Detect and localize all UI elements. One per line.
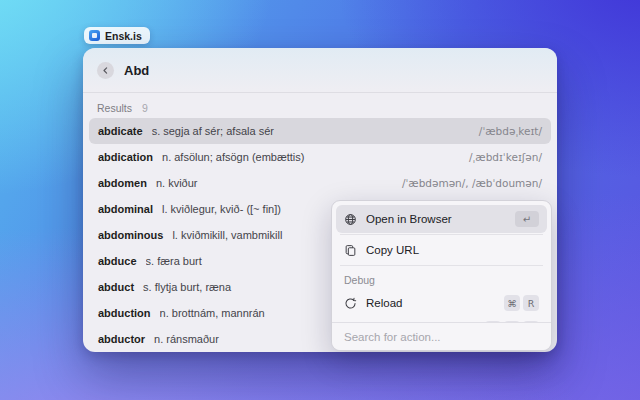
menu-item-reload[interactable]: Reload ⌘ R xyxy=(336,290,547,316)
ensk-app-icon xyxy=(89,30,100,41)
result-word: abduct xyxy=(98,281,134,293)
action-menu-items: Open in Browser ↵ Copy URL Debug Reload … xyxy=(332,201,551,324)
result-word: abductor xyxy=(98,333,145,345)
results-count: 9 xyxy=(142,102,148,114)
chevron-left-icon xyxy=(101,66,110,75)
result-row-abdomen[interactable]: abdomen n. kviður /ˈæbdəmən/, /æbˈdoumən… xyxy=(89,170,551,196)
return-key-badge: ↵ xyxy=(515,211,539,227)
result-word: abdication xyxy=(98,151,153,163)
result-word: abduce xyxy=(98,255,137,267)
copy-icon xyxy=(344,244,357,257)
result-word: abduction xyxy=(98,307,151,319)
result-phonetic: /ˌæbdɪˈkeɪʃən/ xyxy=(469,151,542,163)
search-query[interactable]: Abd xyxy=(124,63,149,78)
results-header: Results 9 xyxy=(83,93,557,118)
menu-item-open-in-browser[interactable]: Open in Browser ↵ xyxy=(336,205,547,233)
shortcut-keys: ⌘ R xyxy=(504,295,539,311)
reload-icon xyxy=(344,297,357,310)
result-phonetic: /ˈæbdəˌkeɪt/ xyxy=(479,125,542,137)
action-menu: Open in Browser ↵ Copy URL Debug Reload … xyxy=(331,200,552,351)
launcher-pill[interactable]: Ensk.is xyxy=(84,27,150,44)
debug-section-label: Debug xyxy=(336,267,547,290)
result-word: abdominal xyxy=(98,203,153,215)
result-phonetic: /ˈæbdəmən/, /æbˈdoumən/ xyxy=(402,177,542,189)
window-header: Abd xyxy=(83,48,557,93)
action-search-bar[interactable]: Search for action... xyxy=(332,322,551,350)
result-definition: n. kviður xyxy=(156,177,393,189)
menu-item-label: Copy URL xyxy=(366,244,539,256)
app-name: Ensk.is xyxy=(105,30,142,42)
result-row-abdicate[interactable]: abdicate s. segja af sér; afsala sér /ˈæ… xyxy=(89,118,551,144)
menu-item-label: Reload xyxy=(366,297,495,309)
back-button[interactable] xyxy=(97,62,114,79)
menu-separator xyxy=(340,234,543,235)
menu-item-copy-url[interactable]: Copy URL xyxy=(336,236,547,264)
result-definition: s. segja af sér; afsala sér xyxy=(152,125,470,137)
result-word: abdomen xyxy=(98,177,147,189)
result-word: abdominous xyxy=(98,229,163,241)
result-definition: n. afsölun; afsögn (embættis) xyxy=(162,151,460,163)
menu-separator xyxy=(340,265,543,266)
result-row-abdication[interactable]: abdication n. afsölun; afsögn (embættis)… xyxy=(89,144,551,170)
r-key: R xyxy=(523,295,539,311)
menu-item-label: Open in Browser xyxy=(366,213,506,225)
results-section-label: Results xyxy=(97,102,132,114)
action-search-placeholder: Search for action... xyxy=(344,331,441,343)
globe-icon xyxy=(344,213,357,226)
result-word: abdicate xyxy=(98,125,143,137)
cmd-key: ⌘ xyxy=(504,295,520,311)
